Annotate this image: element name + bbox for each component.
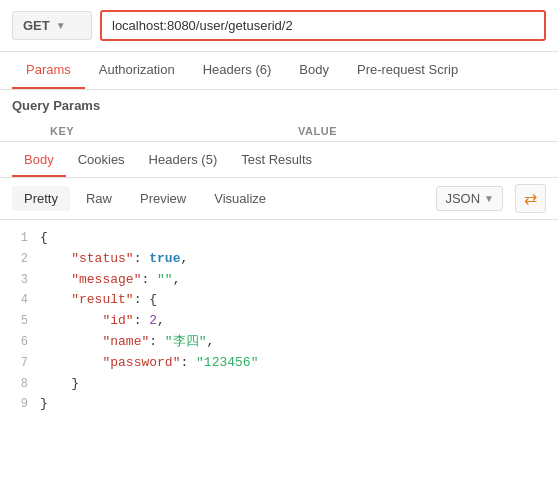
key-column-header: KEY	[50, 125, 298, 137]
json-line: 6 "name": "李四",	[0, 332, 558, 353]
json-kv: "password": "123456"	[40, 353, 558, 374]
line-number: 8	[0, 374, 40, 394]
tab-prerequest[interactable]: Pre-request Scrip	[343, 52, 472, 89]
tab-authorization[interactable]: Authorization	[85, 52, 189, 89]
url-input[interactable]	[100, 10, 546, 41]
tab-response-headers[interactable]: Headers (5)	[137, 144, 230, 177]
line-number: 7	[0, 353, 40, 373]
json-kv: "status": true,	[40, 249, 558, 270]
tab-params[interactable]: Params	[12, 52, 85, 89]
wrap-button[interactable]: ⇄	[515, 184, 546, 213]
line-number: 1	[0, 228, 40, 248]
json-brace-open: {	[40, 228, 558, 249]
json-line: 5 "id": 2,	[0, 311, 558, 332]
json-kv: "id": 2,	[40, 311, 558, 332]
json-line: 4 "result": {	[0, 290, 558, 311]
json-kv: "name": "李四",	[40, 332, 558, 353]
json-line: 8 }	[0, 374, 558, 395]
query-params-label: Query Params	[0, 90, 558, 121]
line-number: 6	[0, 332, 40, 352]
json-brace-close: }	[40, 394, 558, 415]
value-column-header: VALUE	[298, 125, 546, 137]
tab-response-body[interactable]: Body	[12, 144, 66, 177]
subtab-raw[interactable]: Raw	[74, 186, 124, 211]
params-table-header: KEY VALUE	[0, 121, 558, 142]
request-tabs: Params Authorization Headers (6) Body Pr…	[0, 52, 558, 90]
json-line: 1 {	[0, 228, 558, 249]
format-chevron-icon: ▼	[484, 193, 494, 204]
line-number: 4	[0, 290, 40, 310]
json-line: 3 "message": "",	[0, 270, 558, 291]
tab-test-results[interactable]: Test Results	[229, 144, 324, 177]
format-label: JSON	[445, 191, 480, 206]
json-content: 1 { 2 "status": true, 3 "message": "", 4…	[0, 220, 558, 423]
json-brace-close-indent: }	[40, 374, 558, 395]
json-line: 9 }	[0, 394, 558, 415]
top-bar: GET ▼	[0, 0, 558, 52]
method-dropdown[interactable]: GET ▼	[12, 11, 92, 40]
tab-headers[interactable]: Headers (6)	[189, 52, 286, 89]
tab-body[interactable]: Body	[285, 52, 343, 89]
line-number: 5	[0, 311, 40, 331]
response-tabs: Body Cookies Headers (5) Test Results	[0, 144, 558, 178]
method-chevron-icon: ▼	[56, 20, 66, 31]
line-number: 2	[0, 249, 40, 269]
subtab-pretty[interactable]: Pretty	[12, 186, 70, 211]
subtab-preview[interactable]: Preview	[128, 186, 198, 211]
json-line: 7 "password": "123456"	[0, 353, 558, 374]
method-label: GET	[23, 18, 50, 33]
json-kv: "message": "",	[40, 270, 558, 291]
json-kv: "result": {	[40, 290, 558, 311]
response-subtabs: Pretty Raw Preview Visualize JSON ▼ ⇄	[0, 178, 558, 220]
subtab-visualize[interactable]: Visualize	[202, 186, 278, 211]
json-line: 2 "status": true,	[0, 249, 558, 270]
format-dropdown[interactable]: JSON ▼	[436, 186, 503, 211]
line-number: 3	[0, 270, 40, 290]
tab-cookies[interactable]: Cookies	[66, 144, 137, 177]
line-number: 9	[0, 394, 40, 414]
